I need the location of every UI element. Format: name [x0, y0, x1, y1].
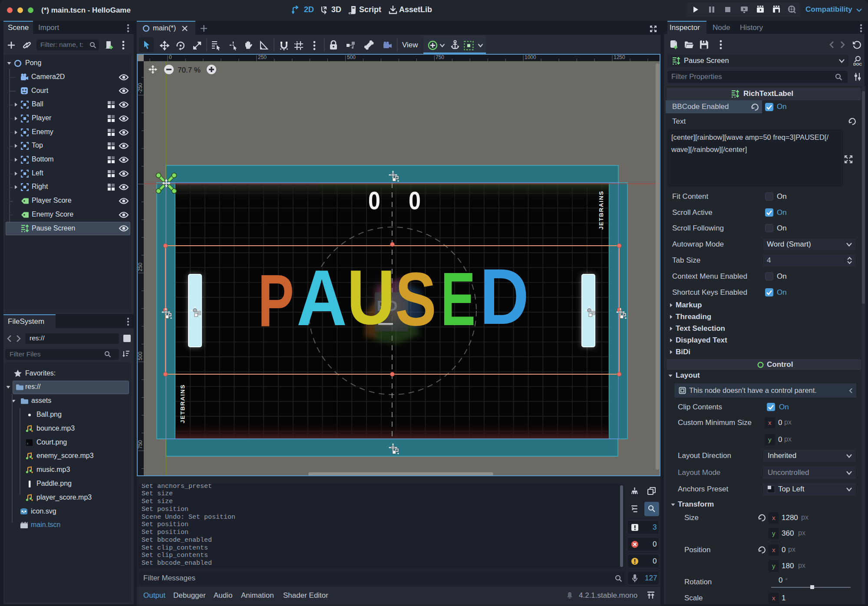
svg-text:JETBRAINS: JETBRAINS [598, 191, 604, 230]
svg-text:JETBRAINS: JETBRAINS [179, 384, 186, 423]
svg-text:0: 0 [409, 186, 421, 214]
svg-text:250: 250 [137, 263, 143, 271]
svg-text:U: U [347, 254, 395, 340]
svg-text:E: E [441, 257, 475, 341]
svg-text:500: 500 [347, 54, 356, 60]
svg-text:0: 0 [368, 186, 380, 214]
svg-text:70.7 %: 70.7 % [178, 66, 201, 74]
svg-text:1250: 1250 [614, 54, 625, 60]
svg-text:DOC: DOC [853, 62, 862, 66]
svg-text:-250: -250 [137, 83, 143, 93]
svg-text:750: 750 [436, 54, 444, 60]
svg-text:250: 250 [258, 54, 267, 60]
svg-text:P: P [258, 259, 294, 342]
svg-text:1000: 1000 [525, 54, 536, 60]
svg-text:S: S [395, 257, 436, 341]
svg-text:A: A [297, 254, 347, 342]
svg-text:0: 0 [169, 54, 172, 60]
svg-text:750: 750 [137, 440, 143, 449]
svg-text:D: D [480, 253, 529, 340]
svg-text:500: 500 [137, 352, 143, 360]
